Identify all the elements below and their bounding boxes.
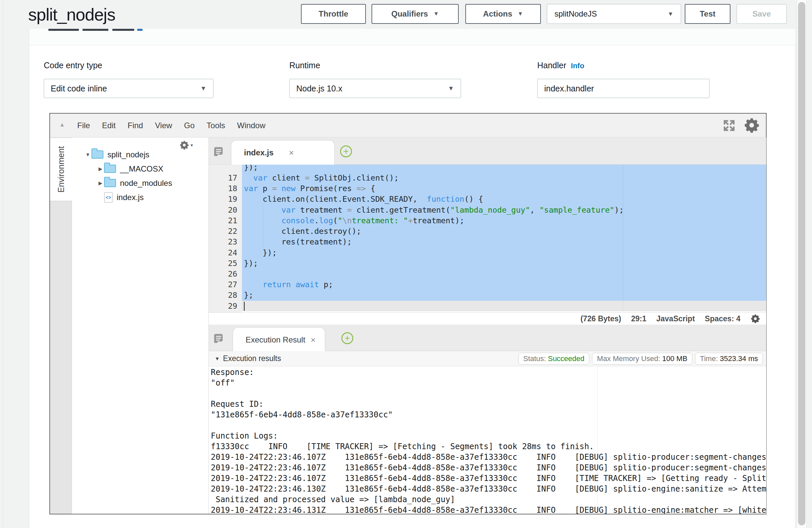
status-badge: Max Memory Used:100 MB: [592, 353, 692, 365]
lambda-console-page: split_nodejs Throttle Qualifiers ▼ Actio…: [0, 0, 812, 528]
chevron-down-icon: ▼: [433, 11, 439, 17]
chevron-collapsed-icon[interactable]: ▶: [97, 166, 104, 172]
actions-button[interactable]: Actions ▼: [465, 4, 541, 24]
ide-menu: FileEditFindViewGoToolsWindow: [77, 114, 265, 137]
tab-list-icon[interactable]: [213, 333, 224, 344]
code-line: });: [242, 247, 766, 258]
line-number: 18: [209, 183, 242, 194]
scrollbar-thumb[interactable]: [798, 2, 806, 525]
file-tree: ▼ split_nodejs ▾ ▶ __MACOSX ▶ node_modul…: [72, 137, 208, 514]
close-icon[interactable]: ×: [289, 148, 294, 158]
log-line: 2019-10-24T22:23:46.107Z 131e865f-6eb4-4…: [209, 463, 766, 473]
log-line: [209, 388, 766, 399]
menu-item-view[interactable]: View: [155, 121, 172, 130]
code-line: var treatment = client.getTreatment("lam…: [242, 205, 766, 215]
editor-settings-gear-icon[interactable]: [743, 117, 760, 133]
clipped-scrolled-row: [29, 29, 795, 45]
handler-info-link[interactable]: Info: [571, 62, 584, 70]
code-line: console.log("\ntreatment: "+treatment);: [242, 215, 766, 226]
menu-item-window[interactable]: Window: [237, 121, 265, 130]
menu-item-file[interactable]: File: [77, 121, 90, 130]
tab-label: Execution Result: [246, 335, 305, 344]
code-line: var p = new Promise(res => {: [242, 183, 766, 194]
handler-input[interactable]: [537, 79, 710, 98]
qualifiers-button[interactable]: Qualifiers ▼: [372, 4, 459, 24]
save-button-label: Save: [752, 9, 771, 18]
chevron-down-icon: ▼: [518, 11, 523, 17]
runtime-label: Runtime: [289, 61, 320, 70]
function-version-select[interactable]: splitNodeJS ▼: [547, 4, 681, 24]
fullscreen-expand-icon[interactable]: [722, 119, 736, 132]
function-code-card: Code entry type Runtime HandlerInfo Edit…: [29, 29, 795, 528]
code-line: res(treatment);: [242, 236, 766, 247]
save-button[interactable]: Save: [737, 4, 787, 24]
code-line: var client = SplitObj.client();: [242, 173, 766, 183]
folder-icon: [91, 150, 103, 159]
new-tab-plus-icon[interactable]: +: [340, 145, 352, 157]
code-line: client.on(client.Event.SDK_READY, functi…: [242, 194, 766, 204]
results-tabbar: Execution Result × +: [209, 325, 766, 351]
folder-icon: [104, 165, 116, 173]
runtime-select[interactable]: Node.js 10.x ▼: [289, 79, 461, 98]
actions-button-label: Actions: [483, 9, 512, 18]
log-line: "131e865f-6eb4-4dd8-858e-a37ef13330cc": [209, 409, 766, 420]
tree-item-node-modules-folder[interactable]: ▶ node_modules: [72, 176, 208, 190]
chevron-expanded-icon[interactable]: ▼: [84, 152, 91, 157]
code-line: [242, 269, 766, 279]
qualifiers-button-label: Qualifiers: [391, 9, 428, 18]
test-button[interactable]: Test: [685, 4, 730, 24]
language-mode-status[interactable]: JavaScript: [656, 314, 695, 323]
code-entry-type-value: Edit code inline: [51, 84, 107, 93]
sidebar-tab-environment[interactable]: Environment: [50, 138, 72, 201]
log-line: 2019-10-24T22:23:46.131Z 131e865f-6eb4-4…: [209, 505, 766, 514]
text-cursor: [244, 302, 245, 311]
log-line: 2019-10-24T22:23:46.107Z 131e865f-6eb4-4…: [209, 452, 766, 463]
line-number: 29: [209, 301, 242, 311]
tree-item-macosx-folder[interactable]: ▶ __MACOSX: [72, 162, 208, 176]
code-line: return await p;: [242, 279, 766, 290]
page-scrollbar[interactable]: [797, 0, 807, 528]
menu-item-go[interactable]: Go: [184, 121, 194, 130]
file-size-status: (726 Bytes): [580, 314, 621, 323]
log-line: [209, 420, 766, 430]
runtime-value: Node.js 10.x: [296, 84, 342, 93]
line-number: 19: [209, 194, 242, 204]
collapse-results-icon[interactable]: ▼: [215, 356, 220, 362]
code-line: [242, 301, 766, 311]
environment-tab-label: Environment: [56, 146, 66, 192]
code-editor-area[interactable]: 17181920212223242526272829 }); var clien…: [209, 165, 766, 312]
code-entry-type-select[interactable]: Edit code inline ▼: [44, 79, 214, 98]
execution-log-output[interactable]: Response:"off" Request ID:"131e865f-6eb4…: [209, 366, 766, 514]
log-line: Request ID:: [209, 399, 766, 409]
line-number: 23: [209, 236, 242, 247]
tab-indexjs[interactable]: index.js ×: [231, 140, 335, 165]
handler-label: HandlerInfo: [537, 61, 584, 70]
indentation-status[interactable]: Spaces: 4: [705, 314, 740, 323]
tab-list-icon[interactable]: [213, 146, 224, 157]
code-entry-type-label: Code entry type: [44, 61, 102, 70]
sidebar-strip: Environment: [50, 137, 72, 514]
test-button-label: Test: [700, 9, 715, 18]
tree-item-indexjs-file[interactable]: <> index.js: [72, 190, 208, 204]
tab-label: index.js: [244, 148, 273, 157]
menu-item-find[interactable]: Find: [128, 121, 143, 130]
line-number-gutter: 17181920212223242526272829: [209, 165, 242, 312]
line-number: 26: [209, 269, 242, 279]
tree-item-label: index.js: [117, 193, 144, 202]
chevron-collapsed-icon[interactable]: ▶: [97, 180, 104, 186]
collapse-editor-icon[interactable]: ▲: [59, 121, 65, 128]
tab-execution-result[interactable]: Execution Result ×: [233, 327, 325, 352]
chevron-down-icon: ▼: [200, 85, 206, 92]
tree-settings-gear-icon[interactable]: ▾: [179, 140, 193, 150]
status-badge: Status:Succeeded: [518, 353, 590, 365]
close-icon[interactable]: ×: [310, 335, 316, 345]
cursor-position-status[interactable]: 29:1: [631, 314, 646, 323]
menu-item-tools[interactable]: Tools: [206, 121, 225, 130]
statusbar-gear-icon[interactable]: [750, 314, 760, 324]
new-tab-plus-icon[interactable]: +: [342, 332, 353, 344]
execution-results-title: Execution results: [223, 354, 281, 363]
code-line: client.destroy();: [242, 226, 766, 236]
line-number: 24: [209, 247, 242, 258]
throttle-button[interactable]: Throttle: [301, 4, 366, 24]
menu-item-edit[interactable]: Edit: [102, 121, 116, 130]
